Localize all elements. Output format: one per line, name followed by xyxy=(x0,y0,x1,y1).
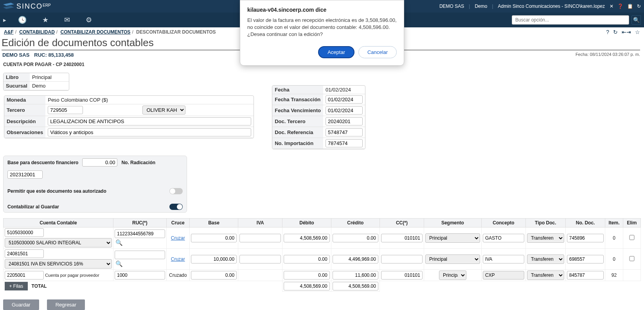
breadcrumb-a[interactable]: A&F xyxy=(4,29,14,35)
global-search-input[interactable] xyxy=(512,15,629,25)
elim-checkbox[interactable] xyxy=(624,235,639,240)
observaciones-input[interactable] xyxy=(48,128,251,136)
base-input[interactable] xyxy=(191,234,237,242)
iva-input[interactable] xyxy=(239,234,281,242)
breadcrumb-c[interactable]: CONTABILIZAR DOCUMENTOS xyxy=(60,29,130,35)
cuenta-code-input[interactable] xyxy=(5,249,44,258)
cancel-button[interactable]: Cancelar xyxy=(358,46,397,58)
left-info-table: Moneda Peso Colombiano COP ($) Tercero O… xyxy=(4,95,254,138)
base-input[interactable] xyxy=(191,255,237,263)
fecha-value: 01/02/2024 xyxy=(323,86,365,94)
cruce-link[interactable]: Cruzar xyxy=(171,256,185,262)
lookup-icon[interactable]: 🔍 xyxy=(115,260,165,267)
chevron-right-icon[interactable]: ▶ xyxy=(3,18,6,22)
radicacion-input[interactable] xyxy=(7,170,43,179)
descripcion-input[interactable] xyxy=(48,117,251,125)
fecha-trans-input[interactable] xyxy=(326,95,363,104)
credito-input[interactable] xyxy=(333,271,378,280)
elim-checkbox[interactable] xyxy=(624,256,639,261)
cc-input[interactable] xyxy=(381,255,423,263)
tercero-label: Tercero xyxy=(4,104,45,116)
radicacion-label: No. Radicación xyxy=(121,160,155,165)
descripcion-label: Descripción xyxy=(4,116,45,127)
credito-input[interactable] xyxy=(333,255,378,263)
segmento-select[interactable]: Principal xyxy=(425,254,480,264)
tools-icon[interactable]: ✕ xyxy=(610,4,613,9)
tercero-name-select[interactable]: OLIVER KAHN xyxy=(142,106,185,115)
logo-icon xyxy=(3,3,14,10)
concepto-input[interactable] xyxy=(483,255,524,263)
tipodoc-select[interactable]: Transferen xyxy=(527,271,564,280)
tipodoc-select[interactable]: Transferen xyxy=(527,233,564,243)
col-tipodoc: Tipo Doc. xyxy=(525,219,565,228)
sucursal-value: Demo xyxy=(30,82,69,90)
no-imp-input[interactable] xyxy=(326,139,363,147)
nodoc-input[interactable] xyxy=(567,255,604,263)
topbar-user[interactable]: Admin Sinco Comunicaciones - SINCO\karen… xyxy=(498,4,605,9)
lookup-icon[interactable]: 🔍 xyxy=(115,239,165,246)
libro-label: Libro xyxy=(4,73,30,82)
concepto-input[interactable] xyxy=(483,271,524,280)
segmento-select[interactable]: Principal xyxy=(439,271,466,280)
topbar-company[interactable]: DEMO SAS xyxy=(439,4,464,9)
ruc-input[interactable] xyxy=(115,271,165,280)
star-page-icon[interactable]: ☆ xyxy=(635,29,640,35)
doc-tercero-input[interactable] xyxy=(326,117,363,125)
ruc-input[interactable] xyxy=(115,251,165,259)
topbar-module[interactable]: Demo xyxy=(475,4,487,9)
star-icon[interactable]: ★ xyxy=(42,16,49,24)
nodoc-input[interactable] xyxy=(567,234,604,242)
collapse-icon[interactable]: ⇤⇥ xyxy=(622,29,631,35)
segmento-select[interactable]: Principal xyxy=(425,233,480,243)
cuenta-select[interactable]: 24081501 IVA EN SERVICIOS 16% xyxy=(5,259,112,269)
refresh-page-icon[interactable]: ↻ xyxy=(613,29,618,35)
svg-marker-0 xyxy=(3,3,14,6)
base-input[interactable] xyxy=(191,271,237,280)
cuenta-select[interactable]: 5105030000 SALARIO INTEGRAL xyxy=(5,238,112,247)
breadcrumb-b[interactable]: CONTABILIDAD xyxy=(19,29,54,35)
back-button[interactable]: Regresar xyxy=(47,299,85,310)
ruc-input[interactable] xyxy=(115,229,165,238)
cc-input[interactable] xyxy=(381,234,423,242)
search-button[interactable]: 🔍 xyxy=(631,15,641,25)
col-base: Base xyxy=(189,219,238,228)
help-icon[interactable]: ❓ xyxy=(617,4,623,9)
timestamp: Fecha: 08/11/2024 03:26:07 p. m. xyxy=(576,52,640,58)
tipodoc-select[interactable]: Transferen xyxy=(527,254,564,264)
base-desc-label: Base para descuento financiero xyxy=(7,160,78,165)
topbar-sep: | xyxy=(492,4,493,9)
gear-icon[interactable]: ⚙ xyxy=(86,16,92,24)
accept-button[interactable]: Aceptar xyxy=(318,46,354,58)
cuenta-code-input[interactable] xyxy=(5,271,44,280)
dialog-body: El valor de la factura en recepción elec… xyxy=(247,17,397,38)
envelope-icon[interactable]: ✉ xyxy=(64,16,70,24)
cuenta-code-input[interactable] xyxy=(5,228,44,237)
debito-input[interactable] xyxy=(284,255,329,263)
base-desc-input[interactable] xyxy=(82,158,117,167)
save-button[interactable]: Guardar xyxy=(3,299,39,310)
permitir-switch[interactable] xyxy=(169,188,183,194)
add-rows-button[interactable]: + Filas xyxy=(5,282,28,290)
mid-options: Base para descuento financiero No. Radic… xyxy=(3,156,187,213)
help-page-icon[interactable]: ? xyxy=(606,29,609,35)
fecha-venc-input[interactable] xyxy=(326,106,363,115)
iva-input[interactable] xyxy=(239,255,281,263)
cc-input[interactable] xyxy=(381,271,423,280)
tercero-code-input[interactable] xyxy=(48,106,83,114)
refresh-icon[interactable]: ↻ xyxy=(637,4,641,9)
breadcrumb: A&F/ CONTABILIDAD/ CONTABILIZAR DOCUMENT… xyxy=(4,29,216,35)
debito-input[interactable] xyxy=(284,271,329,280)
logo[interactable]: SINCOERP xyxy=(3,2,51,11)
clock-icon[interactable]: 🕓 xyxy=(18,16,27,24)
item-value: 0 xyxy=(605,228,623,249)
contabilizar-switch[interactable] xyxy=(169,204,183,210)
nodoc-input[interactable] xyxy=(567,271,604,280)
clipboard-icon[interactable]: 📋 xyxy=(627,4,633,9)
libro-value: Principal xyxy=(30,73,69,82)
doc-ref-input[interactable] xyxy=(326,128,363,136)
debito-input[interactable] xyxy=(284,234,329,242)
concepto-input[interactable] xyxy=(483,234,524,242)
moneda-label: Moneda xyxy=(4,96,45,104)
cruce-link[interactable]: Cruzar xyxy=(171,235,185,241)
credito-input[interactable] xyxy=(333,234,378,242)
